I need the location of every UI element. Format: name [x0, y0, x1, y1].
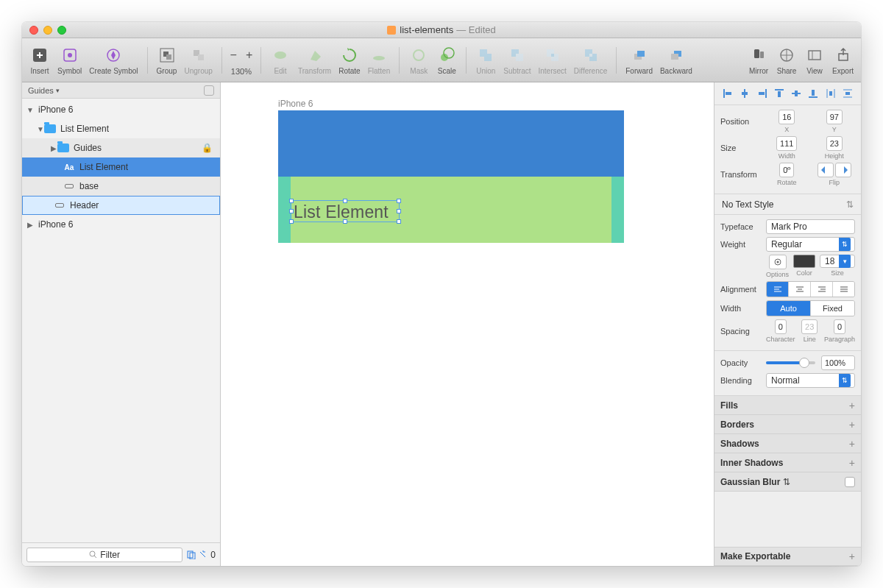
typeface-select[interactable]: Mark Pro	[766, 219, 855, 234]
character-spacing-input[interactable]: 0	[775, 319, 787, 334]
align-top-button[interactable]	[772, 87, 787, 100]
pages-toggle-icon[interactable]	[204, 85, 214, 96]
insert-button[interactable]: Insert	[26, 43, 53, 78]
fills-header[interactable]: Fills+	[714, 396, 861, 415]
layer-row-artboard-2[interactable]: ▶iPhone 6	[22, 215, 220, 234]
resize-handle[interactable]	[289, 209, 294, 213]
height-input[interactable]: 23	[826, 136, 843, 151]
svg-rect-17	[484, 54, 492, 61]
zoom-in-button[interactable]: +	[246, 49, 252, 62]
export-icon	[833, 45, 854, 65]
flip-v-button[interactable]	[835, 163, 851, 177]
resize-handle[interactable]	[289, 199, 294, 203]
selection-bounds[interactable]: List Element	[291, 200, 400, 222]
pages-indicator[interactable]: 0	[187, 550, 216, 560]
minimize-window-button[interactable]	[43, 26, 52, 35]
scale-button[interactable]: Scale	[433, 43, 460, 78]
make-exportable-header[interactable]: Make Exportable+	[714, 547, 861, 566]
font-size-input[interactable]: 18▾	[820, 255, 855, 268]
align-right-text-button[interactable]	[811, 282, 833, 297]
align-vcenter-button[interactable]	[789, 87, 804, 100]
layer-row-group[interactable]: ▼List Element	[22, 119, 220, 138]
add-inner-shadow-button[interactable]: +	[849, 457, 855, 469]
resize-handle[interactable]	[397, 199, 401, 203]
rotate-button[interactable]: Rotate	[336, 43, 363, 78]
distribute-h-button[interactable]	[823, 87, 838, 100]
resize-handle[interactable]	[289, 219, 294, 224]
layer-row-text-selected[interactable]: AaList Element	[22, 157, 220, 177]
weight-select[interactable]: Regular⇅	[766, 237, 855, 252]
width-fixed-button[interactable]: Fixed	[811, 301, 854, 316]
svg-rect-22	[551, 54, 554, 57]
backward-button[interactable]: Backward	[657, 43, 695, 78]
blending-select[interactable]: Normal⇅	[766, 373, 855, 388]
rotation-input[interactable]: 0º	[779, 163, 794, 177]
filter-input[interactable]: Filter	[26, 548, 182, 562]
add-export-button[interactable]: +	[849, 550, 855, 562]
text-options-button[interactable]	[769, 255, 787, 269]
blur-checkbox[interactable]	[845, 477, 855, 487]
layer-row-artboard[interactable]: ▼iPhone 6	[22, 100, 220, 119]
layer-row-guides[interactable]: ▶Guides🔒	[22, 138, 220, 157]
shadows-header[interactable]: Shadows+	[714, 434, 861, 453]
symbol-button[interactable]: Symbol	[54, 43, 85, 78]
add-fill-button[interactable]: +	[849, 400, 855, 411]
align-bottom-button[interactable]	[806, 87, 820, 100]
borders-header[interactable]: Borders+	[714, 415, 861, 434]
paragraph-spacing-input[interactable]: 0	[834, 319, 845, 334]
text-style-selector[interactable]: No Text Style⇅	[714, 194, 861, 215]
alignment-buttons	[714, 82, 861, 105]
line-spacing-input[interactable]: 23	[801, 319, 818, 334]
ungroup-button[interactable]: Ungroup	[182, 43, 216, 78]
export-button[interactable]: Export	[829, 43, 857, 78]
canvas-shape-header[interactable]	[278, 110, 624, 177]
flip-h-button[interactable]	[818, 163, 834, 177]
zoom-window-button[interactable]	[57, 26, 66, 35]
intersect-button[interactable]: Intersect	[536, 43, 570, 78]
width-input[interactable]: 111	[776, 136, 797, 151]
align-left-button[interactable]	[720, 87, 735, 100]
flatten-button[interactable]: Flatten	[365, 43, 394, 78]
edit-button[interactable]: Edit	[267, 43, 294, 78]
opacity-input[interactable]: 100%	[821, 355, 855, 370]
text-color-swatch[interactable]	[793, 255, 815, 268]
resize-handle[interactable]	[343, 219, 347, 224]
resize-handle[interactable]	[397, 219, 401, 224]
subtract-button[interactable]: Subtract	[500, 43, 533, 78]
resize-handle[interactable]	[343, 199, 347, 203]
mask-button[interactable]: Mask	[405, 43, 432, 78]
zoom-out-button[interactable]: −	[230, 49, 237, 62]
layer-row-base[interactable]: base	[22, 177, 220, 196]
create-symbol-button[interactable]: Create Symbol	[86, 43, 141, 78]
position-y-input[interactable]: 97	[826, 110, 843, 124]
opacity-slider[interactable]	[766, 361, 815, 364]
distribute-v-button[interactable]	[840, 87, 855, 100]
align-justify-text-button[interactable]	[833, 282, 854, 297]
layer-row-header[interactable]: Header	[22, 196, 220, 215]
add-shadow-button[interactable]: +	[849, 438, 855, 450]
transform-button[interactable]: Transform	[295, 43, 334, 78]
share-button[interactable]: Share	[773, 43, 800, 78]
align-left-text-button[interactable]	[767, 282, 789, 297]
align-right-button[interactable]	[755, 87, 770, 100]
width-auto-button[interactable]: Auto	[767, 301, 811, 316]
close-window-button[interactable]	[29, 26, 38, 35]
inner-shadows-header[interactable]: Inner Shadows+	[714, 453, 861, 472]
mirror-button[interactable]: Mirror	[745, 43, 772, 78]
group-button[interactable]: Group	[154, 43, 180, 78]
union-button[interactable]: Union	[472, 43, 499, 78]
difference-button[interactable]: Difference	[571, 43, 610, 78]
view-button[interactable]: View	[801, 43, 828, 78]
width-mode-segmented: Auto Fixed	[766, 300, 855, 316]
resize-handle[interactable]	[397, 209, 401, 213]
forward-button[interactable]: Forward	[623, 43, 656, 78]
align-center-text-button[interactable]	[789, 282, 811, 297]
slider-thumb[interactable]	[799, 358, 809, 368]
gaussian-blur-header[interactable]: Gaussian Blur ⇅	[714, 472, 861, 492]
pages-header[interactable]: Guides▾	[22, 82, 220, 99]
artboard-label[interactable]: iPhone 6	[278, 99, 313, 109]
align-hcenter-button[interactable]	[737, 87, 752, 100]
add-border-button[interactable]: +	[849, 419, 855, 431]
canvas[interactable]: iPhone 6 List Element	[221, 82, 714, 566]
position-x-input[interactable]: 16	[779, 110, 795, 124]
